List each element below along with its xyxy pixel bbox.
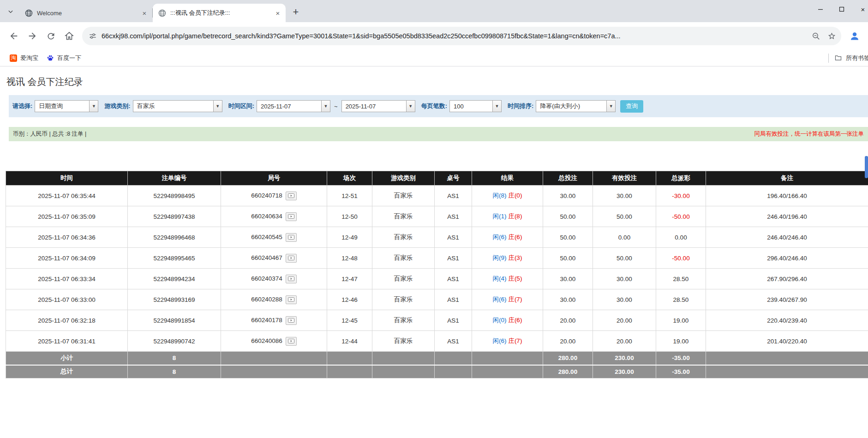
- cell-session: 12-45: [327, 310, 372, 331]
- cell-remark: 196.40/166.40: [706, 186, 868, 206]
- column-header: 游戏类别: [372, 171, 435, 186]
- date-from-dropdown[interactable]: 2025-11-07 ▼: [257, 100, 330, 112]
- close-window-icon[interactable]: ×: [852, 0, 868, 18]
- cell-table-no: AS1: [435, 331, 472, 352]
- cell-valid-bet: 20.00: [593, 331, 656, 352]
- cell-total-bet[interactable]: 30.00: [543, 186, 593, 206]
- cell-payout: 19.00: [656, 331, 706, 352]
- bookmark-taobao[interactable]: 淘 爱淘宝: [6, 53, 42, 64]
- sort-dropdown[interactable]: 降幂(由大到小) ▼: [536, 100, 616, 112]
- bookmark-baidu[interactable]: 百度一下: [42, 53, 85, 64]
- result-banker: 庄(6): [508, 234, 522, 240]
- home-icon[interactable]: [60, 27, 78, 45]
- video-replay-button[interactable]: [286, 233, 297, 242]
- chevron-down-icon[interactable]: ▼: [89, 101, 98, 112]
- tab-welcome[interactable]: Welcome ×: [19, 4, 152, 22]
- video-replay-button[interactable]: [286, 212, 297, 221]
- column-header: 桌号: [435, 171, 472, 186]
- zoom-icon[interactable]: [808, 28, 824, 44]
- page-size-dropdown[interactable]: 100 ▼: [449, 100, 502, 112]
- chevron-down-icon[interactable]: ▼: [213, 101, 222, 112]
- cell-remark: 239.40/267.90: [706, 289, 868, 310]
- browser-toolbar: 66cxkj98.com/ipl/portal.php/game/betreco…: [0, 22, 868, 50]
- url-bar[interactable]: 66cxkj98.com/ipl/portal.php/game/betreco…: [82, 27, 841, 45]
- cell-session: 12-48: [327, 248, 372, 269]
- table-row: 2025-11-07 06:31:41522948990742660240086…: [6, 331, 868, 352]
- table-footer: 小计8280.00230.00-35.00总计8280.00230.00-35.…: [6, 352, 868, 378]
- cell-round-id: 660240634: [221, 206, 327, 227]
- chevron-down-icon[interactable]: ▼: [406, 101, 415, 112]
- game-type-dropdown[interactable]: 百家乐 ▼: [133, 100, 222, 112]
- date-to-dropdown[interactable]: 2025-11-07 ▼: [341, 100, 415, 112]
- cell-result: 闲(6) 庄(7): [472, 331, 543, 352]
- cell-total-bet[interactable]: 20.00: [543, 310, 593, 331]
- chevron-down-icon[interactable]: [4, 5, 18, 18]
- summary-label: 总计: [6, 365, 128, 378]
- cell-total-bet[interactable]: 20.00: [543, 331, 593, 352]
- bookmark-star-icon[interactable]: [824, 28, 839, 44]
- video-replay-button[interactable]: [286, 337, 297, 346]
- cell-remark: 220.40/239.40: [706, 310, 868, 331]
- new-tab-button[interactable]: +: [289, 6, 302, 18]
- column-header: 总派彩: [656, 171, 706, 186]
- table-body: 2025-11-07 06:35:44522948998495660240718…: [6, 186, 868, 352]
- video-replay-button[interactable]: [286, 254, 297, 263]
- tab-bet-records[interactable]: :::视讯 会员下注纪录::: ×: [153, 4, 286, 22]
- scrollbar-thumb[interactable]: [865, 156, 868, 178]
- column-header: 结果: [472, 171, 543, 186]
- site-info-icon[interactable]: [89, 32, 97, 40]
- result-banker: 庄(0): [508, 192, 522, 199]
- tab-title: Welcome: [37, 10, 140, 17]
- window-controls: ×: [810, 0, 868, 18]
- cell-valid-bet: 30.00: [593, 269, 656, 289]
- close-icon[interactable]: ×: [274, 9, 282, 17]
- cell-payout: 28.50: [656, 289, 706, 310]
- chevron-down-icon[interactable]: ▼: [321, 101, 330, 112]
- page-size-label: 每页笔数:: [421, 102, 447, 110]
- video-replay-button[interactable]: [286, 295, 297, 304]
- cell-time: 2025-11-07 06:34:36: [6, 227, 128, 248]
- search-button[interactable]: 查询: [620, 100, 643, 113]
- video-replay-button[interactable]: [286, 275, 297, 283]
- video-replay-button[interactable]: [286, 192, 297, 200]
- all-bookmarks-label: 所有书签: [846, 54, 868, 62]
- cell-session: 12-46: [327, 289, 372, 310]
- column-header: 局号: [221, 171, 327, 186]
- summary-total-bet: 280.00: [543, 365, 593, 378]
- cell-round-id: 660240467: [221, 248, 327, 269]
- minimize-icon[interactable]: [810, 0, 831, 18]
- cell-table-no: AS1: [435, 206, 472, 227]
- result-banker: 庄(6): [508, 317, 522, 324]
- cell-table-no: AS1: [435, 310, 472, 331]
- cell-valid-bet: 50.00: [593, 206, 656, 227]
- url-text[interactable]: 66cxkj98.com/ipl/portal.php/game/betreco…: [102, 32, 808, 40]
- query-type-dropdown[interactable]: 日期查询 ▼: [35, 100, 98, 112]
- summary-row: 小计8280.00230.00-35.00: [6, 352, 868, 365]
- cell-total-bet[interactable]: 50.00: [543, 206, 593, 227]
- cell-result: 闲(8) 庄(0): [472, 186, 543, 206]
- cell-table-no: AS1: [435, 248, 472, 269]
- back-icon[interactable]: [5, 27, 23, 45]
- forward-icon[interactable]: [23, 27, 42, 45]
- cell-table-no: AS1: [435, 269, 472, 289]
- summary-count: 8: [128, 365, 221, 378]
- all-bookmarks[interactable]: 所有书签: [828, 54, 868, 63]
- table-row: 2025-11-07 06:35:09522948997438660240634…: [6, 206, 868, 227]
- cell-total-bet[interactable]: 30.00: [543, 269, 593, 289]
- video-replay-button[interactable]: [286, 316, 297, 325]
- cell-session: 12-51: [327, 186, 372, 206]
- close-icon[interactable]: ×: [140, 9, 149, 17]
- cell-result: 闲(9) 庄(3): [472, 248, 543, 269]
- cell-total-bet[interactable]: 30.00: [543, 289, 593, 310]
- chevron-down-icon[interactable]: ▼: [606, 101, 615, 112]
- chevron-down-icon[interactable]: ▼: [492, 101, 501, 112]
- cell-total-bet[interactable]: 50.00: [543, 227, 593, 248]
- cell-total-bet[interactable]: 50.00: [543, 248, 593, 269]
- cell-table-no: AS1: [435, 289, 472, 310]
- maximize-icon[interactable]: [831, 0, 852, 18]
- cell-game-type: 百家乐: [372, 227, 435, 248]
- table-row: 2025-11-07 06:32:18522948991854660240178…: [6, 310, 868, 331]
- profile-avatar-icon[interactable]: [846, 27, 863, 45]
- reload-icon[interactable]: [42, 27, 60, 45]
- filter-bar: 请选择: 日期查询 ▼ 游戏类别: 百家乐 ▼ 时间区间: 2025-11-07…: [9, 95, 868, 117]
